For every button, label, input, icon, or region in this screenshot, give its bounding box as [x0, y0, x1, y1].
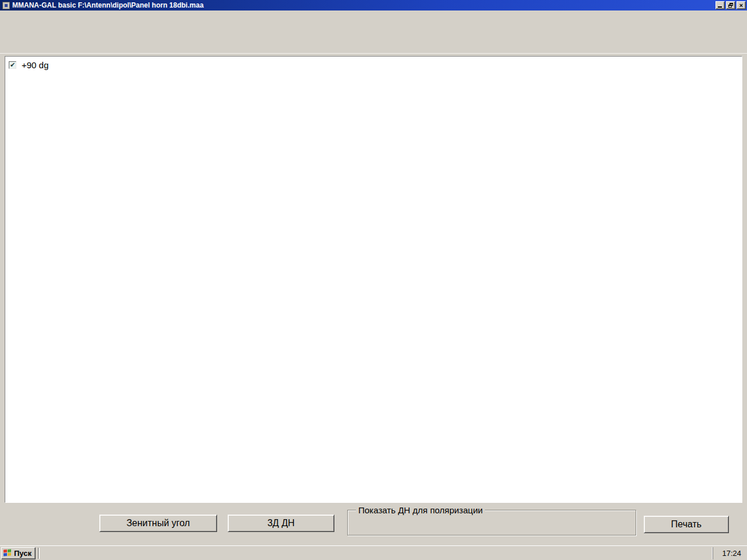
print-button[interactable]: Печать	[644, 516, 729, 533]
close-button[interactable]: ×	[736, 1, 746, 9]
window-title: MMANA-GAL basic F:\Antenn\dipol\Panel ho…	[12, 1, 204, 9]
pattern-charts-canvas	[5, 57, 742, 502]
checkbox-check-icon[interactable]: ✔	[9, 61, 16, 69]
taskbar-divider	[38, 548, 40, 559]
taskbar-clock: 17:24	[718, 549, 746, 558]
bottom-controls: Зенитный угол 3Д ДН Показать ДН для поля…	[0, 503, 747, 545]
plus90-checkbox[interactable]: ✔ +90 dg	[9, 60, 48, 70]
menu-bar	[0, 10, 747, 20]
pattern-plot-panel: ✔ +90 dg	[5, 56, 742, 503]
system-tray: 17:24	[713, 547, 746, 559]
polarization-groupbox: Показать ДН для поляризации	[347, 510, 636, 536]
taskbar: Пуск 17:24	[0, 545, 747, 560]
tab-row	[0, 36, 747, 54]
minimize-button[interactable]	[715, 1, 725, 9]
app-icon	[2, 2, 10, 9]
windows-logo-icon	[4, 550, 12, 557]
polarization-group-label: Показать ДН для поляризации	[356, 505, 485, 515]
3d-pattern-button[interactable]: 3Д ДН	[228, 514, 334, 532]
desktop: { "window": { "title": "MMANA-GAL basic …	[0, 0, 747, 560]
toolbar	[0, 20, 747, 36]
restore-button[interactable]	[726, 1, 735, 9]
zenith-angle-button[interactable]: Зенитный угол	[99, 514, 217, 532]
start-button[interactable]: Пуск	[1, 547, 36, 559]
title-bar[interactable]: MMANA-GAL basic F:\Antenn\dipol\Panel ho…	[0, 0, 747, 10]
checkbox-label: +90 dg	[22, 60, 48, 70]
